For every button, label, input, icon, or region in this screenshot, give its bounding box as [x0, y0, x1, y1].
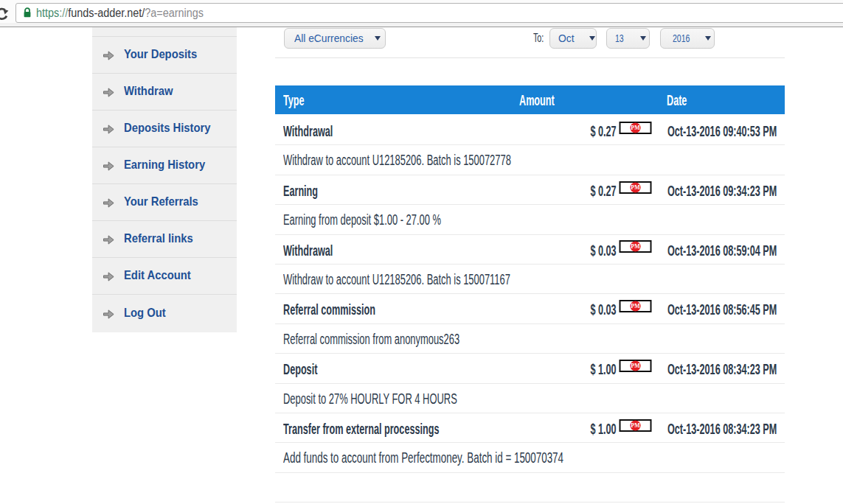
svg-text:PM: PM — [631, 422, 640, 429]
svg-text:PM: PM — [631, 303, 640, 309]
svg-text:PM: PM — [631, 363, 640, 369]
svg-text:PM: PM — [631, 184, 640, 191]
svg-text:PM: PM — [631, 244, 640, 251]
svg-text:PM: PM — [631, 125, 640, 131]
